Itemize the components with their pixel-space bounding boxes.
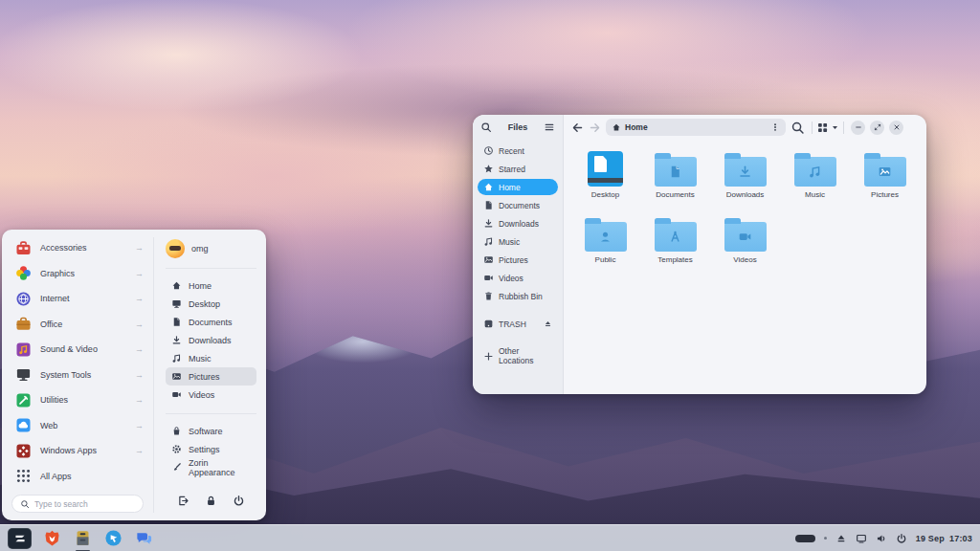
menu-place-home[interactable]: Home: [166, 276, 256, 295]
desktop: Files RecentStarredHomeDocumentsDownload…: [0, 0, 980, 551]
user-row[interactable]: omg: [166, 237, 256, 266]
brave-browser-button[interactable]: [42, 528, 62, 548]
files-app-button[interactable]: [73, 528, 93, 548]
back-button[interactable]: [571, 121, 584, 134]
accessories-icon: [15, 240, 32, 256]
eject-icon[interactable]: [544, 320, 552, 328]
sidebar-item-videos[interactable]: Videos: [478, 270, 558, 286]
minimize-button[interactable]: [851, 121, 865, 135]
folder-public[interactable]: Public: [573, 216, 637, 264]
clock[interactable]: 19 Sep 17:03: [916, 534, 972, 543]
menu-category-internet[interactable]: Internet→: [2, 286, 153, 312]
chat-app-button[interactable]: [134, 528, 154, 548]
close-button[interactable]: [889, 121, 903, 135]
picture-icon: [483, 254, 494, 265]
menu-place-desktop[interactable]: Desktop: [166, 295, 256, 313]
menu-category-web[interactable]: Web→: [2, 413, 153, 439]
software-store-button[interactable]: [103, 528, 123, 548]
internet-icon: [15, 291, 32, 307]
search-folder-button[interactable]: [791, 121, 805, 135]
templates-icon: [668, 230, 682, 244]
menu-category-sound-video[interactable]: Sound & Video→: [2, 337, 153, 363]
desktop-place-icon: [171, 298, 182, 309]
lock-button[interactable]: [205, 494, 217, 511]
menu-item-settings[interactable]: Settings: [166, 440, 256, 458]
logout-button[interactable]: [177, 494, 189, 511]
folder-downloads[interactable]: Downloads: [713, 151, 777, 199]
power-button[interactable]: [233, 494, 245, 511]
user-name: omg: [191, 244, 209, 253]
sidebar-item-downloads[interactable]: Downloads: [478, 215, 558, 231]
maximize-button[interactable]: [870, 121, 884, 135]
graphics-icon: [15, 265, 32, 281]
sidebar-item-rubbish-bin[interactable]: Rubbish Bin: [478, 288, 558, 304]
sidebar-item-home[interactable]: Home: [478, 179, 558, 195]
menu-category-system-tools[interactable]: System Tools→: [2, 363, 153, 388]
web-icon: [15, 417, 32, 433]
home-icon: [483, 182, 494, 192]
zorin-menu-button[interactable]: [8, 528, 32, 549]
sidebar-item-other-locations[interactable]: Other Locations: [478, 343, 558, 368]
folder-label: Templates: [657, 255, 692, 264]
folder-label: Documents: [656, 190, 694, 199]
menu-place-videos[interactable]: Videos: [166, 386, 256, 404]
menu-item-zorin-appearance[interactable]: Zorin Appearance: [166, 458, 256, 476]
video-icon: [483, 273, 494, 283]
menu-category-windows-apps[interactable]: Windows Apps→: [2, 438, 153, 464]
volume-button[interactable]: [876, 533, 887, 544]
arrow-right-icon: →: [135, 446, 144, 455]
files-window: Files RecentStarredHomeDocumentsDownload…: [473, 115, 926, 394]
menu-place-documents[interactable]: Documents: [166, 313, 256, 331]
kebab-menu-icon[interactable]: [770, 122, 780, 132]
music-icon: [483, 236, 494, 247]
tray-dot[interactable]: [824, 537, 827, 540]
folder-pictures[interactable]: Pictures: [853, 151, 917, 199]
forward-button[interactable]: [589, 121, 601, 134]
folder-videos[interactable]: Videos: [713, 216, 777, 264]
view-options-caret[interactable]: [831, 123, 839, 132]
menu-category-graphics[interactable]: Graphics→: [2, 261, 153, 287]
arrow-right-icon: →: [135, 269, 144, 278]
sidebar-item-pictures[interactable]: Pictures: [478, 252, 558, 268]
menu-category-accessories[interactable]: Accessories→: [2, 235, 153, 261]
person-icon: [598, 230, 612, 244]
status-pill[interactable]: [795, 535, 815, 542]
menu-place-pictures[interactable]: Pictures: [166, 367, 256, 386]
sidebar-item-starred[interactable]: Starred: [478, 161, 558, 177]
folder-documents[interactable]: Documents: [643, 151, 707, 199]
folder-desktop[interactable]: Desktop: [573, 151, 637, 199]
sidebar-item-recent[interactable]: Recent: [478, 143, 558, 159]
sidebar-label: Music: [499, 237, 520, 247]
search-input[interactable]: [34, 499, 135, 509]
menu-category-utilities[interactable]: Utilities→: [2, 387, 153, 413]
sidebar-item-music[interactable]: Music: [478, 233, 558, 250]
screen-button[interactable]: [856, 533, 867, 544]
taskbar-time: 17:03: [949, 534, 972, 543]
folder-templates[interactable]: Templates: [643, 216, 707, 264]
video-icon: [171, 389, 182, 400]
hamburger-menu-icon[interactable]: [544, 121, 555, 133]
address-path: Home: [625, 122, 767, 132]
settings-icon: [171, 444, 182, 454]
sidebar-label: Other Locations: [499, 346, 552, 365]
view-switcher: [812, 121, 844, 134]
category-label: Office: [40, 320, 126, 329]
address-bar[interactable]: Home: [606, 119, 786, 136]
power-tray-button[interactable]: [896, 533, 907, 544]
desktop-folder-icon: [588, 151, 623, 187]
grid-view-button[interactable]: [816, 121, 829, 134]
search-icon[interactable]: [480, 121, 492, 133]
menu-category-all-apps[interactable]: All Apps: [2, 464, 153, 490]
sidebar-device-trash[interactable]: TRASH: [478, 316, 558, 332]
system-tools-icon: [15, 366, 32, 383]
arrow-right-icon: →: [135, 294, 144, 303]
sidebar-item-documents[interactable]: Documents: [478, 197, 558, 213]
eject-button[interactable]: [835, 533, 847, 544]
place-label: Downloads: [189, 336, 232, 345]
menu-place-downloads[interactable]: Downloads: [166, 331, 256, 349]
menu-search-bar[interactable]: [11, 495, 144, 513]
menu-category-office[interactable]: Office→: [2, 312, 153, 338]
menu-place-music[interactable]: Music: [166, 349, 256, 367]
menu-item-software[interactable]: Software: [166, 422, 256, 440]
folder-music[interactable]: Music: [783, 151, 847, 199]
